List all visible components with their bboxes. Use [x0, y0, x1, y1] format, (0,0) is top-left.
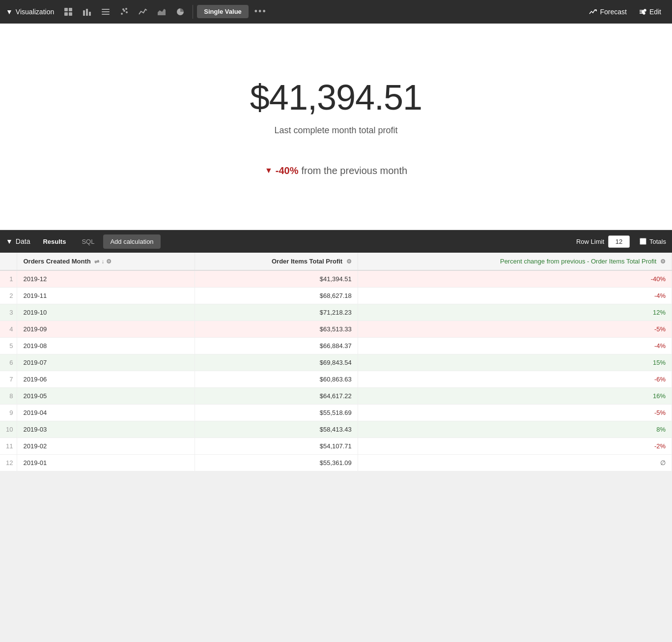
pct-change-cell: 12% — [358, 304, 672, 321]
pct-change-cell: 15% — [358, 354, 672, 371]
profit-cell: $68,627.18 — [195, 288, 358, 304]
table-row: 102019-03$58,413.438% — [0, 421, 672, 438]
data-dropdown-arrow-icon[interactable]: ▼ — [6, 237, 13, 245]
edit-label: Edit — [649, 8, 661, 16]
row-number: 12 — [0, 455, 17, 471]
row-number: 3 — [0, 304, 17, 321]
month-cell: 2019-06 — [17, 371, 195, 388]
toolbar-divider-1 — [193, 5, 193, 19]
pct-change-cell: -4% — [358, 288, 672, 304]
dropdown-arrow-icon[interactable]: ▼ — [6, 8, 13, 16]
month-cell: 2019-05 — [17, 388, 195, 405]
pct-change-settings-icon[interactable]: ⚙ — [660, 258, 666, 265]
month-cell: 2019-01 — [17, 455, 195, 471]
edit-button[interactable]: Edit — [634, 5, 666, 19]
pct-change-column-header: Percent change from previous - Order Ite… — [358, 253, 672, 270]
single-value-display: $41,394.51 Last complete month total pro… — [0, 24, 672, 230]
month-settings-icon[interactable]: ⚙ — [106, 258, 112, 265]
svg-point-21 — [643, 12, 645, 14]
table-body: 12019-12$41,394.51-40%22019-11$68,627.18… — [0, 270, 672, 471]
forecast-label: Forecast — [600, 8, 626, 16]
month-cell: 2019-08 — [17, 338, 195, 354]
table-row: 62019-07$69,843.5415% — [0, 354, 672, 371]
svg-rect-5 — [86, 9, 88, 16]
totals-label: Totals — [649, 238, 666, 245]
row-number: 5 — [0, 338, 17, 354]
row-limit-input[interactable] — [608, 235, 630, 248]
profit-cell: $55,518.69 — [195, 405, 358, 421]
pct-change-cell: -5% — [358, 321, 672, 338]
svg-rect-8 — [102, 11, 110, 12]
pct-change-cell: -40% — [358, 270, 672, 288]
list-view-button[interactable] — [97, 4, 114, 19]
profit-cell: $63,513.33 — [195, 321, 358, 338]
data-section-label: ▼ Data — [6, 237, 30, 245]
visualization-toolbar: ▼ Visualization Single Value ••• Forecas… — [0, 0, 672, 24]
profit-column-controls: ⚙ — [346, 258, 352, 265]
row-number: 6 — [0, 354, 17, 371]
row-number-header — [0, 253, 17, 270]
svg-point-14 — [125, 8, 127, 10]
svg-rect-2 — [64, 12, 68, 16]
totals-checkbox[interactable] — [640, 238, 646, 245]
table-row: 122019-01$55,361.09∅ — [0, 455, 672, 471]
row-number: 9 — [0, 405, 17, 421]
svg-rect-0 — [64, 8, 68, 11]
comparison-arrow-icon: ▼ — [265, 166, 273, 175]
row-number: 1 — [0, 270, 17, 288]
month-sort-icon[interactable]: ⇌ — [94, 258, 99, 265]
pct-change-cell: -4% — [358, 338, 672, 354]
profit-cell: $58,413.43 — [195, 421, 358, 438]
svg-rect-1 — [69, 8, 72, 11]
svg-marker-15 — [158, 9, 166, 15]
profit-cell: $41,394.51 — [195, 270, 358, 288]
table-row: 42019-09$63,513.33-5% — [0, 321, 672, 338]
comparison-percentage: -40% — [276, 165, 299, 176]
pct-change-cell: 8% — [358, 421, 672, 438]
table-row: 112019-02$54,107.71-2% — [0, 438, 672, 455]
add-calculation-button[interactable]: Add calculation — [103, 234, 160, 249]
profit-settings-icon[interactable]: ⚙ — [346, 258, 352, 265]
data-toolbar: ▼ Data Results SQL Add calculation Row L… — [0, 230, 672, 253]
svg-point-13 — [122, 8, 124, 10]
visualization-label: ▼ Visualization — [6, 8, 54, 16]
profit-cell: $69,843.54 — [195, 354, 358, 371]
results-tab[interactable]: Results — [36, 234, 73, 249]
single-value-number: $41,394.51 — [250, 77, 422, 117]
month-cell: 2019-04 — [17, 405, 195, 421]
table-view-button[interactable] — [60, 4, 77, 19]
pie-chart-button[interactable] — [172, 4, 189, 19]
table-row: 32019-10$71,218.2312% — [0, 304, 672, 321]
table-header-row: Orders Created Month ⇌ ↓ ⚙ Order Items T… — [0, 253, 672, 270]
profit-cell: $54,107.71 — [195, 438, 358, 455]
sql-tab[interactable]: SQL — [75, 234, 101, 249]
month-cell: 2019-02 — [17, 438, 195, 455]
profit-column-bold-title: Total Profit — [309, 258, 343, 265]
row-number: 7 — [0, 371, 17, 388]
row-number: 2 — [0, 288, 17, 304]
table-row: 82019-05$64,617.2216% — [0, 388, 672, 405]
pct-change-cell: -6% — [358, 371, 672, 388]
forecast-button[interactable]: Forecast — [584, 5, 631, 19]
pct-change-column-controls: ⚙ — [660, 258, 666, 265]
profit-cell: $55,361.09 — [195, 455, 358, 471]
svg-rect-3 — [69, 12, 72, 16]
area-chart-button[interactable] — [153, 4, 170, 19]
single-value-button[interactable]: Single Value — [197, 5, 249, 18]
profit-cell: $60,863.63 — [195, 371, 358, 388]
table-row: 72019-06$60,863.63-6% — [0, 371, 672, 388]
comparison-text: from the previous month — [301, 165, 407, 176]
more-options-button[interactable]: ••• — [251, 3, 271, 20]
profit-cell: $71,218.23 — [195, 304, 358, 321]
scatter-plot-button[interactable] — [116, 4, 133, 19]
row-number: 11 — [0, 438, 17, 455]
month-column-title: Orders Created Month — [23, 258, 90, 265]
bar-chart-button[interactable] — [79, 4, 95, 19]
month-filter-icon[interactable]: ↓ — [101, 258, 104, 265]
month-cell: 2019-12 — [17, 270, 195, 288]
data-table-container: Orders Created Month ⇌ ↓ ⚙ Order Items T… — [0, 253, 672, 471]
line-chart-button[interactable] — [135, 4, 151, 19]
svg-rect-6 — [89, 12, 91, 16]
profit-cell: $66,884.37 — [195, 338, 358, 354]
profit-column-header: Order Items Total Profit ⚙ — [195, 253, 358, 270]
